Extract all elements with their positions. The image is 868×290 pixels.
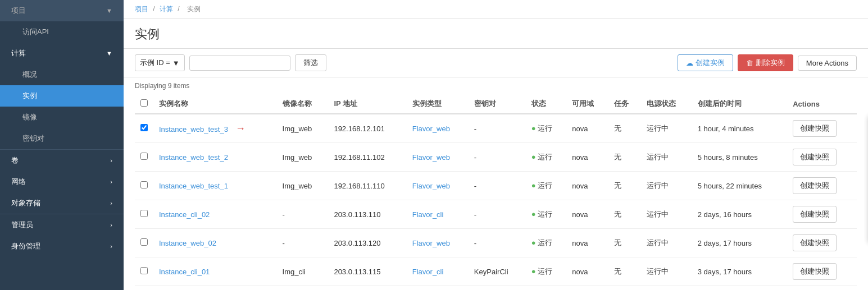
instance-name-link[interactable]: Instance_cli_02 — [159, 210, 210, 219]
instance-ip: 192.168.12.101 — [328, 114, 406, 143]
col-task: 任务 — [608, 94, 641, 114]
instance-az: nova — [566, 114, 608, 143]
instance-image: Img_web — [277, 143, 329, 172]
instance-power: 运行中 — [641, 229, 692, 257]
instance-image: - — [277, 229, 329, 257]
sidebar-item-keypairs[interactable]: 密钥对 — [0, 128, 124, 149]
arrow-indicator: → — [233, 123, 246, 134]
breadcrumb: 项目 / 计算 / 实例 — [124, 0, 868, 19]
instance-flavor-link[interactable]: Flavor_web — [412, 125, 450, 133]
page-title: 实例 — [135, 26, 857, 43]
instance-image: - — [277, 200, 329, 229]
row-checkbox[interactable] — [140, 181, 148, 188]
instance-task: 无 — [608, 229, 641, 257]
sidebar-item-object-storage[interactable]: 对象存储 › — [0, 192, 124, 214]
instance-age: 5 hours, 22 minutes — [692, 172, 787, 200]
instance-age: 5 hours, 8 minutes — [692, 143, 787, 172]
select-all-checkbox[interactable] — [140, 99, 148, 107]
instance-flavor-link[interactable]: Flavor_web — [412, 182, 450, 190]
instance-flavor-link[interactable]: Flavor_web — [412, 153, 450, 162]
sidebar-item-visit-api[interactable]: 访问API — [0, 21, 124, 43]
trash-icon: 🗑 — [746, 59, 753, 67]
table-row: Instance_cli_02-203.0.113.110Flavor_cli-… — [135, 200, 857, 229]
instance-keypair: - — [469, 143, 526, 172]
instance-az: nova — [566, 229, 608, 257]
instance-name-link[interactable]: Instance_web_test_1 — [159, 182, 228, 190]
instance-age: 2 days, 16 hours — [692, 200, 787, 229]
col-age: 创建后的时间 — [692, 94, 787, 114]
instance-az: nova — [566, 172, 608, 200]
instance-name-link[interactable]: Instance_cli_01 — [159, 268, 210, 276]
instance-status: ● 运行 — [526, 229, 567, 257]
instance-age: 2 days, 17 hours — [692, 229, 787, 257]
instances-table: 实例名称 镜像名称 IP 地址 实例类型 密钥对 状态 可用域 任务 电源状态 … — [135, 94, 857, 286]
instance-name-link[interactable]: Instance_web_test_2 — [159, 153, 228, 162]
instance-ip: 192.168.11.102 — [328, 143, 406, 172]
instance-keypair: - — [469, 114, 526, 143]
instance-flavor-link[interactable]: Flavor_web — [412, 239, 450, 247]
sidebar-item-admin[interactable]: 管理员 › — [0, 214, 124, 236]
table-row: Instance_cli_01Img_cli203.0.113.115Flavo… — [135, 257, 857, 286]
create-snapshot-button[interactable]: 创建快照 — [793, 263, 837, 280]
instance-flavor-link[interactable]: Flavor_cli — [412, 210, 444, 219]
instance-name-link[interactable]: Instance_web_02 — [159, 239, 216, 247]
instance-keypair: - — [469, 172, 526, 200]
instance-az: nova — [566, 200, 608, 229]
instance-task: 无 — [608, 200, 641, 229]
col-power: 电源状态 — [641, 94, 692, 114]
table-row: Instance_web_test_3 →Img_web192.168.12.1… — [135, 114, 857, 143]
instance-image: Img_web — [277, 114, 329, 143]
row-checkbox[interactable] — [140, 124, 148, 131]
instance-flavor-link[interactable]: Flavor_cli — [412, 268, 444, 276]
sidebar-item-volumes[interactable]: 卷 › — [0, 150, 124, 171]
chevron-down-icon: ▼ — [106, 50, 112, 57]
instance-status: ● 运行 — [526, 172, 567, 200]
instance-status: ● 运行 — [526, 200, 567, 229]
create-snapshot-button[interactable]: 创建快照 — [793, 206, 837, 223]
chevron-down-icon: ▼ — [172, 59, 180, 67]
create-snapshot-button[interactable]: 创建快照 — [793, 234, 837, 251]
instance-keypair: - — [469, 229, 526, 257]
sidebar-item-compute[interactable]: 计算 ▼ — [0, 43, 124, 64]
create-snapshot-button[interactable]: 创建快照 — [793, 149, 837, 165]
instance-actions: 创建快照 — [787, 200, 857, 229]
toolbar: 示例 ID = ▼ 筛选 ☁ 创建实例 🗑 删除实例 More Actions — [124, 49, 868, 77]
delete-instance-button[interactable]: 🗑 删除实例 — [738, 54, 793, 71]
row-checkbox[interactable] — [140, 210, 148, 217]
filter-select[interactable]: 示例 ID = ▼ — [135, 54, 185, 71]
instance-power: 运行中 — [641, 143, 692, 172]
create-snapshot-button[interactable]: 创建快照 — [793, 177, 837, 194]
row-checkbox[interactable] — [140, 267, 148, 274]
instance-age: 1 hour, 4 minutes — [692, 114, 787, 143]
instance-power: 运行中 — [641, 172, 692, 200]
chevron-right-icon: › — [110, 157, 112, 164]
instance-status: ● 运行 — [526, 143, 567, 172]
sidebar-item-project[interactable]: 项目 ▼ — [0, 0, 124, 21]
sidebar-item-images[interactable]: 镜像 — [0, 107, 124, 128]
col-actions: Actions — [787, 94, 857, 114]
row-checkbox[interactable] — [140, 238, 148, 246]
chevron-right-icon: › — [110, 178, 112, 185]
sidebar-item-instances[interactable]: 实例 — [0, 85, 124, 107]
instance-task: 无 — [608, 257, 641, 286]
sidebar-item-identity[interactable]: 身份管理 › — [0, 236, 124, 257]
sidebar-item-overview[interactable]: 概况 — [0, 64, 124, 85]
instance-name-link[interactable]: Instance_web_test_3 — [159, 125, 228, 134]
create-instance-button[interactable]: ☁ 创建实例 — [678, 54, 733, 71]
instance-actions: 创建快照 — [787, 229, 857, 257]
breadcrumb-compute[interactable]: 计算 — [160, 5, 173, 13]
row-checkbox[interactable] — [140, 153, 148, 160]
instance-task: 无 — [608, 114, 641, 143]
col-flavor: 实例类型 — [407, 94, 469, 114]
instance-age: 3 days, 17 hours — [692, 257, 787, 286]
col-az: 可用域 — [566, 94, 608, 114]
filter-button[interactable]: 筛选 — [295, 54, 326, 71]
create-snapshot-button[interactable]: 创建快照 — [793, 120, 837, 137]
sidebar-item-network[interactable]: 网络 › — [0, 171, 124, 192]
chevron-right-icon: › — [110, 243, 112, 250]
instance-power: 运行中 — [641, 200, 692, 229]
more-actions-button[interactable]: More Actions — [798, 56, 857, 71]
filter-input[interactable] — [189, 56, 290, 71]
breadcrumb-project[interactable]: 项目 — [135, 5, 148, 13]
chevron-right-icon: › — [110, 222, 112, 228]
